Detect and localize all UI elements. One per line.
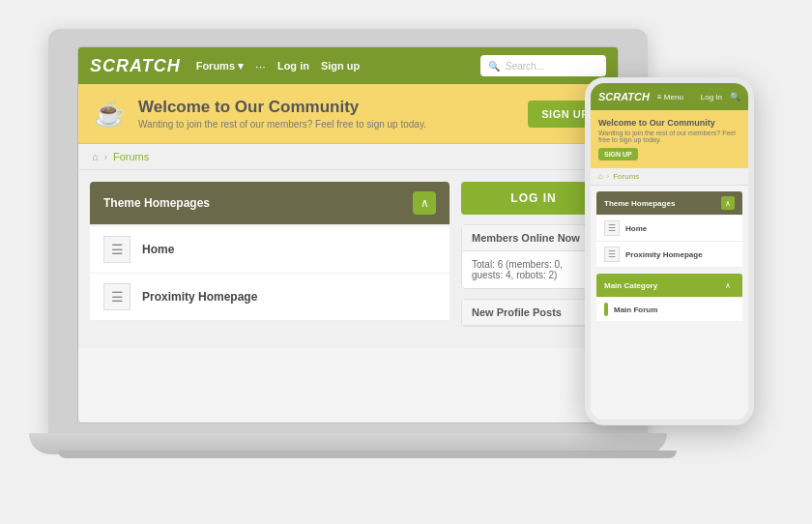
phone-login-link[interactable]: Log In [701, 93, 722, 102]
forum-item-name-home: Home [142, 243, 174, 256]
posts-widget-header: New Profile Posts [462, 300, 605, 326]
phone-breadcrumb-home[interactable]: ⌂ [598, 172, 603, 181]
search-box[interactable]: 🔍 Search... [480, 55, 606, 76]
phone-search-icon[interactable]: 🔍 [730, 92, 740, 102]
phone-nav: SCRATCH ≡ Menu Log In 🔍 [591, 83, 748, 110]
forum-item-name-proximity: Proximity Homepage [142, 290, 257, 304]
forum-list-icon-2: ☰ [111, 289, 124, 305]
forum-nav: SCRATCH Forums ▾ ··· Log in Sign up 🔍 Se… [78, 47, 618, 84]
phone-menu-button[interactable]: ≡ Menu [657, 93, 683, 102]
phone-welcome-banner: Welcome to Our Community Wanting to join… [591, 110, 748, 168]
phone-category-header[interactable]: Theme Homepages ∧ [596, 191, 742, 215]
phone-item-icon-proximity: ☰ [604, 247, 620, 262]
breadcrumb-home[interactable]: ⌂ [92, 151, 99, 162]
laptop-base-bottom [58, 451, 677, 458]
forum-item-proximity[interactable]: ☰ Proximity Homepage [90, 274, 450, 321]
members-widget-body: Total: 6 (members: 0, guests: 4, robots:… [462, 251, 605, 288]
phone-welcome-subtitle: Wanting to join the rest of our members?… [598, 130, 740, 143]
signup-nav-link[interactable]: Sign up [321, 60, 360, 72]
phone-category-toggle[interactable]: ∧ [721, 196, 735, 210]
phone-item-icon-home: ☰ [604, 220, 620, 236]
phone-category2-toggle[interactable]: ∧ [721, 278, 735, 292]
category-toggle[interactable]: ∧ [413, 191, 436, 215]
breadcrumb-forums[interactable]: Forums [113, 151, 149, 162]
login-nav-link[interactable]: Log in [277, 60, 309, 72]
forum-nav-links: Forums ▾ ··· Log in Sign up [196, 59, 465, 73]
phone-breadcrumb-forums[interactable]: Forums [613, 172, 639, 181]
forum-item-icon: ☰ [103, 236, 130, 263]
breadcrumb: ⌂ › Forums [78, 144, 618, 170]
phone-logo: SCRATCH [598, 91, 650, 102]
category-header[interactable]: Theme Homepages ∧ [90, 182, 450, 224]
welcome-subtitle: Wanting to join the rest of our members?… [138, 119, 426, 130]
welcome-banner: ☕ Welcome to Our Community Wanting to jo… [78, 84, 618, 144]
laptop-screen-inner: SCRATCH Forums ▾ ··· Log in Sign up 🔍 Se… [77, 46, 619, 423]
phone-category-title: Theme Homepages [604, 199, 675, 208]
welcome-title: Welcome to Our Community [138, 98, 426, 117]
phone-screen: SCRATCH ≡ Menu Log In 🔍 Welcome to Our C… [591, 83, 748, 420]
forums-link[interactable]: Forums ▾ [196, 60, 244, 73]
phone-breadcrumb: ⌂ › Forums [591, 168, 748, 186]
laptop: SCRATCH Forums ▾ ··· Log in Sign up 🔍 Se… [48, 29, 648, 503]
phone-forum-item-proximity[interactable]: ☰ Proximity Homepage [596, 242, 742, 268]
phone-breadcrumb-sep: › [607, 173, 609, 180]
forum-content: Theme Homepages ∧ ☰ Home ☰ [78, 170, 618, 348]
category-title: Theme Homepages [103, 196, 210, 210]
phone-item-name-home: Home [625, 224, 647, 233]
forum-item-home[interactable]: ☰ Home [90, 226, 450, 274]
members-widget-header: Members Online Now [462, 225, 605, 251]
phone: SCRATCH ≡ Menu Log In 🔍 Welcome to Our C… [585, 77, 754, 425]
more-dots[interactable]: ··· [255, 59, 266, 73]
phone-main-forum-name: Main Forum [614, 306, 657, 314]
phone-content: Theme Homepages ∧ ☰ Home ☰ Proximity Hom… [591, 186, 748, 327]
forum-left: Theme Homepages ∧ ☰ Home ☰ [90, 182, 461, 336]
laptop-screen-outer: SCRATCH Forums ▾ ··· Log in Sign up 🔍 Se… [48, 29, 648, 435]
phone-welcome-title: Welcome to Our Community [598, 118, 740, 128]
coffee-icon: ☕ [94, 99, 125, 129]
phone-category2-title: Main Category [604, 281, 657, 290]
phone-main-forum-bar [604, 303, 608, 316]
search-placeholder: Search... [506, 61, 544, 72]
phone-signup-button[interactable]: SIGN UP [598, 148, 638, 160]
forum-item-icon-2: ☰ [103, 283, 130, 310]
phone-main-forum-item[interactable]: Main Forum [596, 298, 742, 321]
phone-category2-header[interactable]: Main Category ∧ [596, 274, 742, 297]
forum-logo: SCRATCH [90, 56, 181, 76]
search-icon: 🔍 [488, 61, 500, 72]
scene: SCRATCH Forums ▾ ··· Log in Sign up 🔍 Se… [0, 0, 812, 524]
phone-forum-item-home[interactable]: ☰ Home [596, 216, 742, 242]
forum-list-icon: ☰ [111, 242, 124, 257]
phone-item-name-proximity: Proximity Homepage [625, 250, 703, 259]
breadcrumb-separator: › [104, 152, 107, 162]
welcome-text: Welcome to Our Community Wanting to join… [138, 98, 426, 130]
